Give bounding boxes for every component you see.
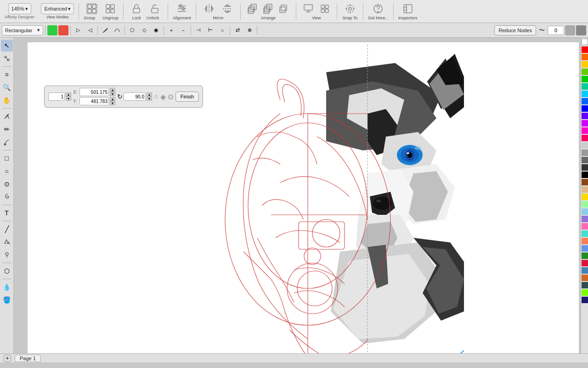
lightgray-swatch[interactable] [582,142,588,149]
y-up[interactable]: ▲ [110,97,115,101]
mirror-v-button[interactable] [219,2,236,15]
midgray-swatch[interactable] [582,157,588,163]
y-down[interactable]: ▼ [110,101,115,105]
rotation-input[interactable] [124,92,146,101]
rose-swatch[interactable] [582,135,588,141]
blue-swatch[interactable] [582,98,588,104]
spiral-tool[interactable] [1,191,13,203]
view-btn1[interactable] [301,2,316,15]
pen-btn[interactable] [100,25,111,35]
mediumpurple-swatch[interactable] [582,216,588,222]
shape-mode-dropdown[interactable]: Rectangular ▾ [2,25,43,35]
crop-tool[interactable]: ⌗ [1,69,13,80]
join-btn[interactable]: ⊢ [205,25,216,35]
lock-button[interactable] [128,2,145,15]
zoom-tool[interactable]: 🔍 [1,81,13,93]
zoom-dropdown[interactable]: 145% ▾ [8,3,31,14]
arrange-forward-button[interactable] [277,2,291,15]
cornflower-swatch[interactable] [582,245,588,252]
brown-swatch[interactable] [582,179,588,185]
break-btn[interactable]: ⊣ [193,25,204,35]
x-up[interactable]: ▲ [110,88,115,92]
view-tool[interactable]: ✋ [1,94,13,106]
close-path-btn[interactable]: ○ [217,25,228,35]
node-num-down[interactable]: ▼ [66,97,71,101]
canvas-area[interactable]: ▲ ▼ X: ▲ ▼ Y: [14,38,581,353]
steelblue-swatch[interactable] [582,267,588,274]
line-tool[interactable]: ╱ [1,223,13,235]
lawngreen-swatch[interactable] [582,289,588,296]
ungroup-button[interactable] [102,2,119,15]
midnightblue-swatch[interactable] [582,297,588,303]
finish-button[interactable]: Finish [175,92,199,102]
node-tool[interactable] [1,52,13,64]
text-tool[interactable]: T [1,207,13,219]
shape-tool[interactable]: □ [1,152,13,164]
node-gray-btn2[interactable] [576,25,586,35]
arrange-back-button[interactable] [261,2,276,15]
rot-down[interactable]: ▼ [147,97,152,101]
gold-swatch[interactable] [582,194,588,200]
yellow-swatch[interactable] [582,61,588,68]
coral-swatch[interactable] [582,238,588,244]
inspectors-button[interactable] [400,2,416,15]
red-swatch[interactable] [582,46,588,53]
bezier-btn[interactable] [112,25,123,35]
effects-tool[interactable]: ⬡ [1,265,13,277]
y-input[interactable] [79,97,109,105]
arrange-front-button[interactable] [245,2,260,15]
alignment-button[interactable] [174,2,190,15]
view-btn2[interactable] [317,2,332,15]
white-swatch[interactable] [582,39,588,45]
gray-swatch[interactable] [582,150,588,156]
palegreen-swatch[interactable] [582,201,588,207]
view-mode-dropdown[interactable]: Enhanced ▾ [41,3,74,14]
node-shape-btn1[interactable]: ⬡ [127,25,138,35]
page-1-tab[interactable]: Page 1 [15,355,41,362]
x-down[interactable]: ▼ [110,92,115,96]
green-swatch[interactable] [582,76,588,82]
unlock-button[interactable] [147,2,163,15]
darkslate-swatch[interactable] [582,282,588,288]
reverse-btn[interactable]: ⇄ [232,25,243,35]
pen-tool[interactable] [1,110,13,122]
black-swatch[interactable] [582,172,588,178]
add-page-button[interactable]: + [4,355,11,362]
teal-swatch[interactable] [582,83,588,90]
add-point-btn[interactable]: + [166,25,177,35]
forestgreen-swatch[interactable] [582,253,588,259]
snap-button[interactable] [342,2,358,15]
fill-tool[interactable] [1,236,13,248]
eyedropper-tool[interactable]: 💧 [1,281,13,293]
node-num-up[interactable]: ▲ [66,92,71,97]
node-gray-btn1[interactable] [565,25,575,35]
lime-swatch[interactable] [582,69,588,75]
flood-fill-tool[interactable]: 🪣 [1,294,13,306]
rot-up[interactable]: ▲ [147,92,152,97]
node-number-input[interactable] [48,92,65,101]
darkblue-swatch[interactable] [582,105,588,112]
purple-swatch[interactable] [582,113,588,119]
ring-tool[interactable]: ⊙ [1,178,13,190]
node-extra1[interactable]: ⊕ [244,25,255,35]
skyblue-swatch[interactable] [582,208,588,215]
reduce-nodes-button[interactable]: Reduce Nodes [494,25,536,35]
fill-color-btn[interactable] [47,25,57,35]
brush-tool[interactable] [1,136,13,148]
pencil-tool[interactable]: ✏ [1,123,13,135]
darkgray-swatch[interactable] [582,164,588,171]
group-button[interactable] [84,2,100,15]
crimson-swatch[interactable] [582,260,588,266]
get-more-button[interactable] [370,2,386,15]
node-value-input[interactable] [548,26,564,35]
cyan-swatch[interactable] [582,91,588,97]
remove-point-btn[interactable]: − [178,25,189,35]
select-tool[interactable]: ↖ [1,40,13,52]
hotpink-swatch[interactable] [582,223,588,230]
node-mode-btn1[interactable]: ▷ [73,25,84,35]
pink-swatch[interactable] [582,127,588,134]
node-mode-btn2[interactable]: ◁ [85,25,96,35]
chocolate-swatch[interactable] [582,275,588,281]
ellipse-tool[interactable]: ○ [1,165,13,177]
turquoise-swatch[interactable] [582,230,588,237]
